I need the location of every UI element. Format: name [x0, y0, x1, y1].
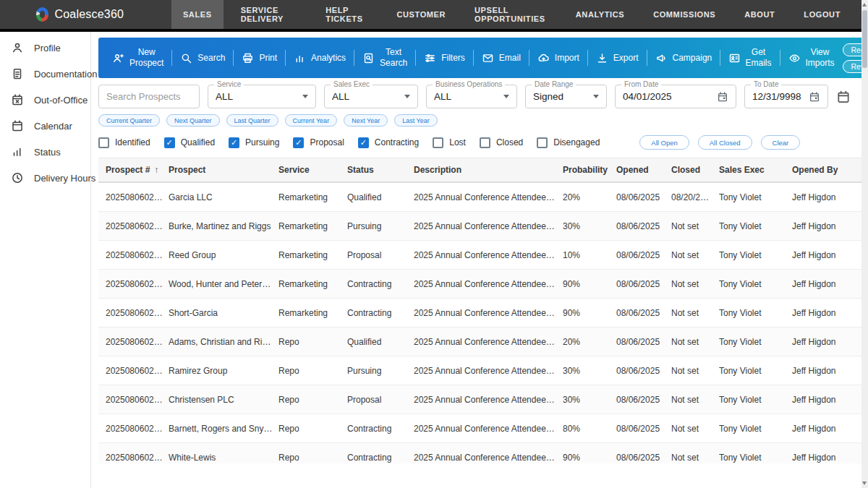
status-checkbox-proposal[interactable]: ✓Proposal [293, 137, 344, 148]
toolbar-button-label: New Prospect [129, 47, 163, 69]
nav-item-about[interactable]: ABOUT [733, 0, 786, 29]
status-checkbox-lost[interactable]: Lost [433, 137, 466, 148]
table-row[interactable]: 202508060280Reed GroupRemarketingProposa… [98, 241, 868, 270]
filters-button[interactable]: Filters [416, 38, 473, 78]
nav-item-analytics[interactable]: ANALYTICS [564, 0, 636, 29]
table-cell: 08/06/2025 [616, 279, 671, 289]
table-row[interactable]: 202508060279Burke, Martinez and RiggsRem… [98, 212, 868, 241]
checkbox-checked-icon[interactable]: ✓ [164, 137, 175, 148]
sidebar-item-documentation[interactable]: Documentation [0, 61, 90, 87]
email-icon [482, 52, 494, 64]
nav-item-upsell-opportunities[interactable]: UPSELL OPPORTUNITIES [463, 0, 558, 29]
new-prospect-button[interactable]: New Prospect [104, 38, 171, 78]
quick-range-pill-current-year[interactable]: Current Year [285, 114, 338, 127]
table-cell: Adams, Christian and Rivas [169, 337, 278, 347]
sidebar-item-calendar[interactable]: Calendar [0, 113, 90, 139]
status-checkbox-pursuing[interactable]: ✓Pursuing [229, 137, 279, 148]
calendar-small-icon[interactable] [809, 91, 820, 103]
table-row[interactable]: 202508060282Short-GarciaRemarketingContr… [98, 299, 868, 328]
page-scrollbar[interactable] [861, 0, 868, 488]
column-header-opened[interactable]: Opened [616, 165, 671, 175]
status-checkbox-closed[interactable]: Closed [480, 137, 523, 148]
menu-icon[interactable] [10, 7, 25, 22]
all-closed-button[interactable]: All Closed [698, 135, 752, 150]
open-calendar-button[interactable] [836, 90, 851, 104]
checkbox-checked-icon[interactable]: ✓ [358, 137, 369, 148]
filter-select-date-range[interactable]: Date RangeSigned [525, 85, 607, 108]
quick-range-pill-last-quarter[interactable]: Last Quarter [226, 114, 278, 127]
quick-range-pill-next-quarter[interactable]: Next Quarter [166, 114, 220, 127]
text-search-button[interactable]: Text Search [354, 38, 415, 78]
filter-date-to-date[interactable]: To Date12/31/9998 [744, 85, 828, 108]
checkbox-unchecked-icon[interactable] [433, 137, 443, 148]
table-row[interactable]: 202508060289Christensen PLCRepoProposal2… [98, 385, 868, 414]
column-header-description[interactable]: Description [414, 165, 563, 175]
clear-button[interactable]: Clear [761, 135, 801, 150]
sidebar-item-delivery-hours[interactable]: Delivery Hours [0, 165, 90, 191]
all-open-button[interactable]: All Open [639, 135, 689, 150]
sidebar-item-out-of-office[interactable]: Out-of-Office [0, 87, 90, 113]
column-header-prospect[interactable]: Prospect [169, 165, 278, 175]
nav-item-service-delivery[interactable]: SERVICE DELIVERY [229, 0, 309, 29]
checkbox-checked-icon[interactable]: ✓ [293, 137, 304, 148]
scrollbar-thumb[interactable] [862, 10, 867, 68]
filter-select-business-operations[interactable]: Business OperationsALL [426, 85, 517, 108]
nav-item-commissions[interactable]: COMMISSIONS [642, 0, 727, 29]
search-input[interactable] [98, 85, 200, 108]
column-header-status[interactable]: Status [347, 165, 414, 175]
calendar-small-icon[interactable] [717, 91, 728, 103]
view-imports-button[interactable]: View Imports [780, 38, 843, 78]
filter-select-sales-exec[interactable]: Sales ExecALL [324, 85, 418, 108]
cloud-upload-icon [537, 52, 550, 64]
table-row[interactable]: 202508060288Ramirez GroupRepoPursuing202… [98, 356, 868, 385]
column-header-sales-exec[interactable]: Sales Exec [719, 165, 792, 175]
status-checkbox-contracting[interactable]: ✓Contracting [358, 137, 419, 148]
status-checkbox-identified[interactable]: Identified [98, 137, 150, 148]
import-button[interactable]: Import [529, 38, 587, 78]
column-header-probability[interactable]: Probability [563, 165, 616, 175]
nav-item-customer[interactable]: CUSTOMER [386, 0, 458, 29]
table-row[interactable]: 202508060290Barnett, Rogers and SnyderRe… [98, 414, 868, 443]
filter-select-service[interactable]: ServiceALL [208, 85, 316, 108]
column-header-service[interactable]: Service [278, 165, 347, 175]
search-button[interactable]: Search [172, 38, 233, 78]
table-row[interactable]: 202508060281Wood, Hunter and PetersonRem… [98, 270, 868, 299]
column-header-closed[interactable]: Closed [671, 165, 719, 175]
get-emails-button[interactable]: Get Emails [720, 38, 780, 78]
email-button[interactable]: Email [474, 38, 529, 78]
home-icon[interactable] [140, 7, 153, 22]
table-row[interactable]: 202508060287Adams, Christian and RivasRe… [98, 328, 868, 356]
analytics-button[interactable]: Analytics [286, 38, 354, 78]
quick-range-pill-last-year[interactable]: Last Year [394, 114, 438, 127]
quick-range-pill-current-quarter[interactable]: Current Quarter [98, 114, 160, 127]
sidebar-item-profile[interactable]: Profile [0, 35, 90, 61]
nav-item-logout[interactable]: LOGOUT [792, 0, 852, 29]
table-cell: 30% [563, 366, 616, 376]
status-checkbox-disengaged[interactable]: Disengaged [537, 137, 600, 148]
sidebar-item-label: Delivery Hours [34, 173, 95, 184]
quick-range-pill-next-year[interactable]: Next Year [344, 114, 388, 127]
sidebar-item-status[interactable]: Status [0, 139, 90, 165]
filter-label: Sales Exec [331, 80, 373, 88]
print-button[interactable]: Print [234, 38, 285, 78]
status-checkbox-qualified[interactable]: ✓Qualified [164, 137, 215, 148]
column-header-prospect[interactable]: Prospect #↑ [98, 165, 169, 175]
filter-date-from-date[interactable]: From Date04/01/2025 [615, 85, 736, 108]
campaign-button[interactable]: Campaign [647, 38, 720, 78]
scrollbar-up-icon[interactable] [862, 3, 867, 7]
table-row[interactable]: 202508060278Garcia LLCRemarketingQualifi… [98, 183, 868, 212]
column-header-opened-by[interactable]: Opened By [792, 165, 854, 175]
table-cell: 08/06/2025 [616, 395, 671, 405]
scrollbar-down-icon[interactable] [862, 481, 867, 485]
table-row[interactable]: 202508060291White-LewisRepoContracting20… [98, 443, 868, 463]
checkbox-unchecked-icon[interactable] [537, 137, 548, 148]
checkbox-checked-icon[interactable]: ✓ [229, 137, 239, 148]
toolbar-button-label: Print [259, 53, 277, 64]
nav-item-help-tickets[interactable]: HELP TICKETS [314, 0, 379, 29]
checkbox-unchecked-icon[interactable] [98, 137, 109, 148]
nav-item-sales[interactable]: SALES [171, 0, 224, 29]
column-header-label: Sales Exec [719, 165, 765, 175]
export-button[interactable]: Export [588, 38, 647, 78]
table-cell: Contracting [347, 279, 414, 289]
checkbox-unchecked-icon[interactable] [480, 137, 490, 148]
